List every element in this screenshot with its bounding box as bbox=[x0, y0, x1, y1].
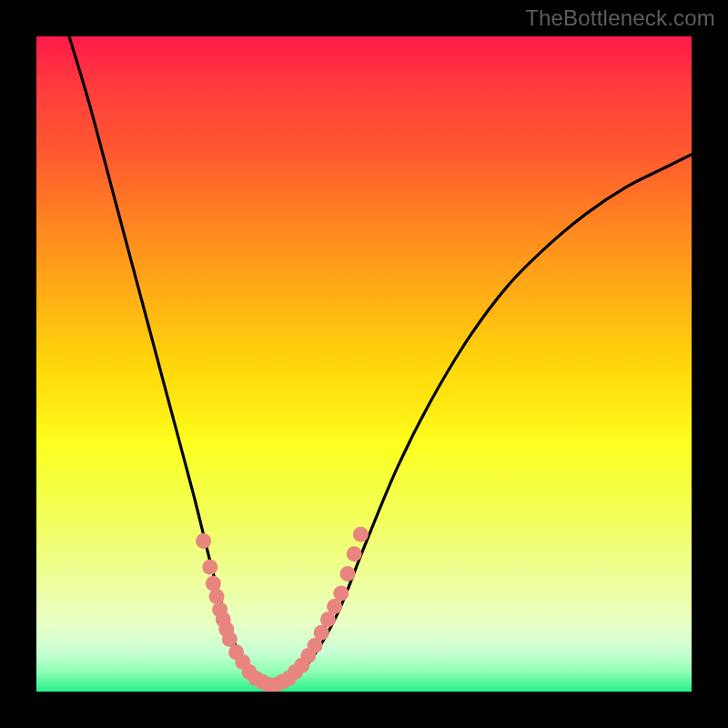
marker-dot bbox=[206, 576, 221, 592]
chart-container: TheBottleneck.com bbox=[0, 0, 728, 728]
marker-dot bbox=[202, 560, 217, 575]
bottleneck-curve bbox=[69, 36, 692, 685]
marker-dot bbox=[196, 533, 211, 549]
marker-dot bbox=[308, 638, 323, 653]
marker-dot bbox=[347, 546, 362, 561]
marker-dot bbox=[327, 599, 342, 614]
marker-dot bbox=[222, 632, 238, 647]
marker-dot bbox=[333, 586, 349, 602]
plot-area bbox=[36, 36, 692, 692]
marker-dot bbox=[353, 527, 369, 542]
marker-dot bbox=[320, 612, 336, 627]
curve-line bbox=[69, 36, 692, 685]
marker-dot bbox=[340, 566, 356, 581]
marker-dot bbox=[209, 589, 225, 604]
marker-points bbox=[196, 527, 369, 692]
attribution-text: TheBottleneck.com bbox=[525, 5, 715, 31]
chart-svg bbox=[36, 36, 692, 692]
marker-dot bbox=[314, 625, 329, 641]
